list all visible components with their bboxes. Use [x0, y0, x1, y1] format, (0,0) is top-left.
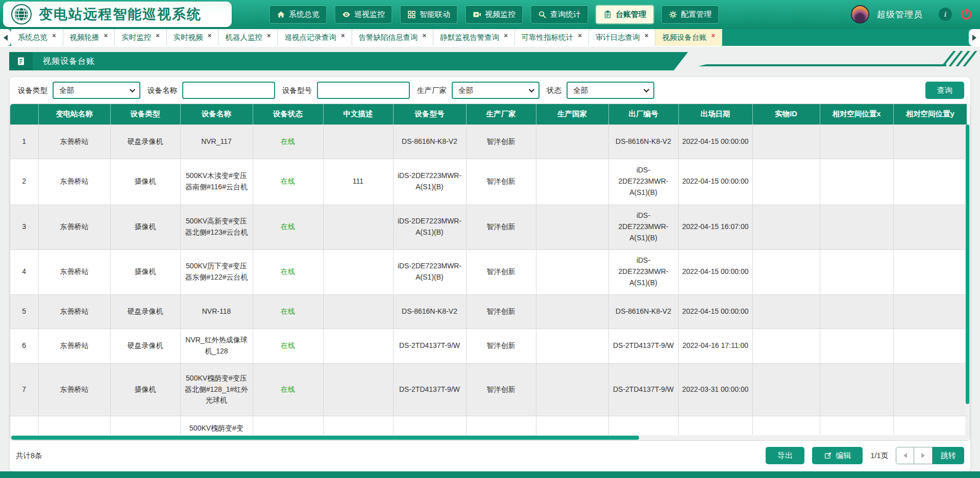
cell-desc — [323, 363, 393, 416]
table-row[interactable]: 7东善桥站摄像机500KV槐荫变#变压器北侧#128_1#红外光球机在线DS-2… — [10, 363, 967, 416]
tab-label: 实时视频 — [174, 33, 203, 42]
cell-country — [536, 205, 608, 249]
cell-date: 2022-04-15 16:07:00 — [678, 205, 752, 249]
nav-label: 巡视监控 — [354, 10, 385, 19]
vertical-scrollbar[interactable] — [965, 124, 970, 435]
cell-maker: 智洋创新 — [466, 329, 536, 363]
cell-country — [536, 363, 608, 416]
nav-label: 视频监控 — [485, 10, 516, 19]
tab-audit-log-query[interactable]: 审计日志查询× — [589, 29, 656, 46]
close-icon[interactable]: × — [578, 32, 582, 39]
close-icon[interactable]: × — [104, 32, 108, 39]
cell-num: 4 — [10, 249, 38, 294]
avatar[interactable] — [851, 5, 869, 23]
nav-system-overview[interactable]: 系统总览 — [270, 6, 327, 23]
cell-desc — [323, 294, 393, 329]
close-icon[interactable]: × — [341, 32, 345, 39]
info-icon[interactable]: i — [939, 8, 952, 21]
cell-posy — [893, 124, 967, 159]
jump-button[interactable]: 跳转 — [933, 447, 964, 464]
cell-num: 2 — [10, 159, 38, 205]
cell-station: 东善桥站 — [38, 124, 110, 159]
close-icon[interactable]: × — [156, 32, 160, 39]
vertical-scrollbar-thumb[interactable] — [966, 124, 969, 404]
manufacturer-select[interactable]: 全部 — [452, 82, 540, 99]
table-row[interactable]: 1东善桥站硬盘录像机NVR_117在线DS-8616N-K8-V2智洋创新DS-… — [10, 124, 967, 159]
cell-posy — [893, 159, 967, 205]
table-row[interactable]: 6东善桥站硬盘录像机NVR_红外热成像球机_128在线DS-2TD4137T-9… — [10, 329, 967, 363]
logo-panel: 变电站远程智能巡视系统 — [3, 2, 232, 27]
table-row[interactable]: 4东善桥站摄像机500KV历下变#变压器东侧#122#云台机在线iDS-2DE7… — [10, 249, 967, 294]
table-row[interactable]: 2东善桥站摄像机500KV木渎变#变压器南侧#116#云台机在线111iDS-2… — [10, 159, 967, 205]
tab-alarm-defect-query[interactable]: 告警缺陷信息查询× — [352, 29, 434, 46]
next-page-icon[interactable] — [914, 447, 933, 464]
nav-inspection-monitor[interactable]: 巡视监控 — [335, 6, 392, 23]
nav-video-monitor[interactable]: 视频监控 — [465, 6, 523, 23]
prev-page-icon[interactable] — [896, 447, 914, 464]
tab-video-carousel[interactable]: 视频轮播× — [63, 29, 115, 46]
cell-desc — [323, 329, 393, 363]
state-grid-globe-icon — [11, 4, 32, 24]
tab-label: 视频轮播 — [70, 33, 100, 42]
tab-robot-monitor[interactable]: 机器人监控× — [218, 29, 278, 46]
nav-smart-linkage[interactable]: 智能联动 — [400, 6, 457, 23]
table-row[interactable]: 3东善桥站摄像机500KV高新变#变压器北侧#123#云台机在线iDS-2DE7… — [10, 205, 967, 249]
tab-scroll-right-icon[interactable] — [969, 29, 980, 46]
tab-scroll-left-icon[interactable] — [0, 29, 11, 46]
device-name-input[interactable] — [182, 82, 275, 99]
nav-config-management[interactable]: 配置管理 — [662, 6, 719, 23]
screen: 变电站远程智能巡视系统 系统总览 巡视监控 智能联动 视频监控 查询统计 — [0, 0, 980, 478]
col-name: 设备名称 — [180, 104, 253, 124]
device-model-input[interactable] — [317, 82, 410, 99]
tab-video-device-ledger[interactable]: 视频设备台账× — [655, 29, 722, 46]
bottom-strip — [0, 471, 980, 478]
query-button[interactable]: 查询 — [925, 82, 964, 99]
cell-pid — [752, 205, 820, 249]
tab-inspection-point-query[interactable]: 巡视点记录查询× — [278, 29, 352, 46]
cell-posy — [893, 363, 967, 416]
status-select[interactable]: 全部 — [567, 82, 654, 99]
cell-num: 5 — [10, 294, 38, 329]
cell-type: 摄像机 — [110, 159, 180, 205]
table-row[interactable]: 5东善桥站硬盘录像机NVR-118在线DS-8616N-K8-V2智洋创新DS-… — [10, 294, 967, 329]
close-icon[interactable]: × — [645, 32, 649, 39]
cell-serial: DS-8616N-K8-V2 — [608, 294, 678, 329]
close-icon[interactable]: × — [267, 32, 271, 39]
tab-reliability-stats[interactable]: 可靠性指标统计× — [515, 29, 589, 46]
page-title-bar: 视频设备台账 — [9, 52, 688, 70]
nav-query-stats[interactable]: 查询统计 — [531, 6, 588, 23]
tab-realtime-video[interactable]: 实时视频× — [167, 29, 219, 46]
grid-link-icon — [407, 10, 416, 19]
cell-maker: 智洋创新 — [466, 124, 536, 159]
horizontal-scrollbar-thumb[interactable] — [11, 436, 639, 440]
nav-label: 智能联动 — [420, 10, 450, 19]
close-icon[interactable]: × — [504, 32, 508, 39]
close-icon[interactable]: × — [208, 32, 212, 39]
cell-status: 在线 — [253, 159, 323, 205]
device-type-select[interactable]: 全部 — [53, 82, 140, 99]
close-icon[interactable]: × — [423, 32, 427, 39]
power-icon[interactable] — [960, 8, 973, 21]
tab-silent-monitor-alarm-query[interactable]: 静默监视告警查询× — [433, 29, 515, 46]
cell-pid — [752, 249, 820, 294]
tab-system-overview[interactable]: 系统总览× — [11, 29, 63, 46]
device-model-label: 设备型号 — [282, 86, 312, 95]
close-icon[interactable]: × — [711, 32, 715, 39]
cell-pid — [752, 294, 820, 329]
user-name: 超级管理员 — [877, 9, 923, 20]
cell-type: 硬盘录像机 — [110, 124, 180, 159]
cell-posx — [820, 159, 893, 205]
cell-posx — [820, 205, 893, 249]
tab-realtime-monitor[interactable]: 实时监控× — [115, 29, 167, 46]
cell-name: NVR_117 — [180, 124, 253, 159]
col-model: 设备型号 — [393, 104, 466, 124]
edit-button[interactable]: 编辑 — [812, 447, 863, 464]
cell-model: DS-8616N-K8-V2 — [393, 294, 466, 329]
nav-ledger-management[interactable]: 台账管理 — [596, 6, 653, 23]
cell-posy — [893, 329, 967, 363]
export-button[interactable]: 导出 — [766, 447, 804, 464]
home-icon — [277, 10, 285, 19]
close-icon[interactable]: × — [52, 32, 56, 39]
cell-country — [536, 124, 608, 159]
manufacturer-value: 全部 — [458, 86, 473, 95]
